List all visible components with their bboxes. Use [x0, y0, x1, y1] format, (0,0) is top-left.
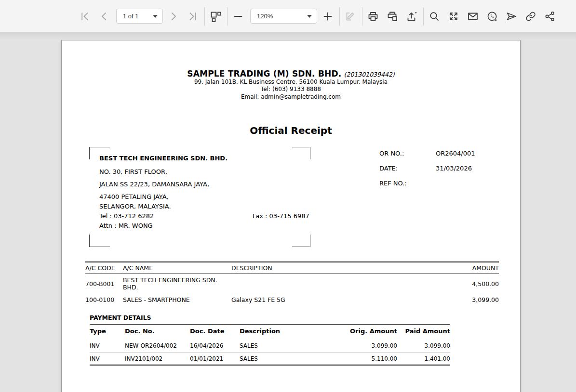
- zoom-level: 120%: [257, 13, 273, 20]
- type-cell: INV: [90, 342, 125, 349]
- paid-amount-cell: 1,401.00: [397, 355, 450, 362]
- customer-address-line: SELANGOR, MALAYSIA.: [99, 203, 171, 210]
- whatsapp-button[interactable]: [483, 7, 501, 26]
- table-row: INV INV2101/002 01/01/2021 SALES 5,110.0…: [90, 352, 450, 365]
- address-bracket-bottom-left: [89, 235, 110, 247]
- col-header-paid-amount: Paid Amount: [397, 327, 450, 335]
- share-icon: [544, 11, 556, 22]
- date-value: 31/03/2026: [436, 165, 472, 172]
- prev-page-button[interactable]: [95, 7, 113, 26]
- payment-details-title: PAYMENT DETAILS: [90, 314, 450, 324]
- chevron-down-icon: [153, 15, 158, 18]
- or-no-value: OR2604/001: [436, 150, 475, 157]
- customer-address-line: NO. 30, FIRST FLOOR,: [99, 168, 167, 175]
- zoom-select[interactable]: 120%: [250, 9, 317, 24]
- copy-link-button[interactable]: [522, 7, 540, 26]
- ac-name-cell: BEST TECH ENGINEERING SDN. BHD.: [123, 276, 231, 291]
- chevron-down-icon: [307, 15, 312, 18]
- minus-icon: [232, 11, 244, 22]
- company-registration-no: (201301039442): [344, 71, 395, 78]
- export-button[interactable]: [402, 7, 421, 26]
- doc-no-cell: NEW-OR2604/002: [125, 342, 190, 349]
- company-header: SAMPLE TRADING (M) SDN. BHD. (2013010394…: [62, 70, 520, 101]
- customer-attn: Attn : MR. WONG: [99, 222, 153, 229]
- customer-address-line: JALAN SS 22/23, DAMANSARA JAYA,: [99, 181, 209, 188]
- col-header-doc-no: Doc. No.: [125, 327, 190, 335]
- document-page: SAMPLE TRADING (M) SDN. BHD. (2013010394…: [61, 40, 521, 392]
- last-page-button[interactable]: [184, 7, 202, 26]
- edit-icon: [345, 11, 356, 22]
- table-row: 700-B001 BEST TECH ENGINEERING SDN. BHD.…: [85, 274, 499, 293]
- col-header-orig-amount: Orig. Amount: [339, 327, 397, 335]
- address-bracket-bottom-right: [292, 235, 310, 247]
- fullscreen-icon: [448, 11, 459, 22]
- company-name: SAMPLE TRADING (M) SDN. BHD.: [187, 69, 341, 78]
- company-address: 99, Jalan 101B, KL Business Centre, 5610…: [62, 78, 520, 86]
- description-cell: SALES: [240, 342, 339, 349]
- description-cell: SALES: [240, 355, 339, 362]
- email-button[interactable]: [464, 7, 482, 26]
- date-label: DATE:: [379, 165, 398, 172]
- first-page-icon: [79, 11, 91, 22]
- customer-tel: Tel : 03-712 6282: [99, 212, 154, 220]
- zoom-in-button[interactable]: [319, 7, 337, 26]
- amount-cell: 3,099.00: [441, 296, 499, 303]
- col-header-description: DESCRIPTION: [231, 264, 441, 272]
- plus-icon: [322, 11, 334, 22]
- col-header-description: Description: [240, 327, 339, 335]
- ac-name-cell: SALES - SMARTPHONE: [123, 296, 231, 303]
- col-header-ac-code: A/C CODE: [85, 264, 123, 272]
- col-header-type: Type: [90, 327, 125, 335]
- next-page-button[interactable]: [164, 7, 183, 26]
- fullscreen-button[interactable]: [444, 7, 463, 26]
- doc-date-cell: 01/01/2021: [190, 355, 240, 362]
- page-select[interactable]: 1 of 1: [116, 9, 163, 24]
- doc-date-cell: 16/04/2026: [190, 342, 240, 349]
- orig-amount-cell: 5,110.00: [339, 355, 397, 362]
- viewer-toolbar: 1 of 1: [0, 0, 576, 32]
- col-header-doc-date: Doc. Date: [190, 327, 240, 335]
- payment-table-header: Type Doc. No. Doc. Date Description Orig…: [90, 324, 450, 338]
- receipt-document: SAMPLE TRADING (M) SDN. BHD. (2013010394…: [62, 40, 520, 392]
- customer-fax: Fax : 03-715 6987: [253, 212, 309, 220]
- toolbar-separator: [362, 7, 362, 26]
- customer-tel-fax-line: Tel : 03-712 6282 Fax : 03-715 6987: [99, 212, 154, 220]
- type-cell: INV: [90, 355, 125, 362]
- print-button[interactable]: [364, 7, 382, 26]
- or-no-label: OR NO.:: [379, 150, 404, 157]
- edit-annotations-button[interactable]: [341, 7, 360, 26]
- document-title: Official Receipt: [62, 125, 520, 136]
- print-page-button[interactable]: [383, 7, 402, 26]
- printer-page-icon: [387, 11, 398, 22]
- page-indicator: 1 of 1: [123, 13, 139, 20]
- first-page-button[interactable]: [76, 7, 94, 26]
- whatsapp-icon: [486, 11, 498, 22]
- toolbar-separator: [423, 7, 424, 26]
- ac-code-cell: 700-B001: [85, 280, 123, 287]
- zoom-out-button[interactable]: [229, 7, 247, 26]
- search-button[interactable]: [425, 7, 443, 26]
- share-button[interactable]: [541, 7, 559, 26]
- company-tel: Tel: (603) 9133 8888: [62, 86, 520, 93]
- envelope-icon: [467, 11, 479, 22]
- table-row: INV NEW-OR2604/002 16/04/2026 SALES 3,09…: [90, 340, 450, 352]
- export-icon: [406, 11, 417, 22]
- send-button[interactable]: [502, 7, 521, 26]
- customer-address-line: 47400 PETALING JAYA,: [99, 193, 169, 200]
- payment-table-body: INV NEW-OR2604/002 16/04/2026 SALES 3,09…: [90, 338, 450, 366]
- toolbar-separator: [204, 7, 205, 26]
- link-icon: [525, 11, 536, 22]
- items-table: A/C CODE A/C NAME DESCRIPTION AMOUNT 700…: [85, 261, 499, 306]
- customer-name: BEST TECH ENGINEERING SDN. BHD.: [99, 155, 228, 162]
- ac-code-cell: 100-0100: [85, 296, 123, 303]
- paid-amount-cell: 3,099.00: [397, 342, 450, 349]
- ref-no-label: REF NO.:: [379, 180, 407, 187]
- col-header-amount: AMOUNT: [441, 264, 499, 272]
- printer-icon: [367, 11, 379, 22]
- payment-details-section: PAYMENT DETAILS Type Doc. No. Doc. Date …: [90, 314, 450, 366]
- page-layout-button[interactable]: [206, 7, 225, 26]
- col-header-ac-name: A/C NAME: [123, 264, 231, 272]
- toolbar-separator: [227, 7, 228, 26]
- table-row: 100-0100 SALES - SMARTPHONE Galaxy S21 F…: [85, 293, 499, 306]
- items-table-header: A/C CODE A/C NAME DESCRIPTION AMOUNT: [85, 261, 499, 274]
